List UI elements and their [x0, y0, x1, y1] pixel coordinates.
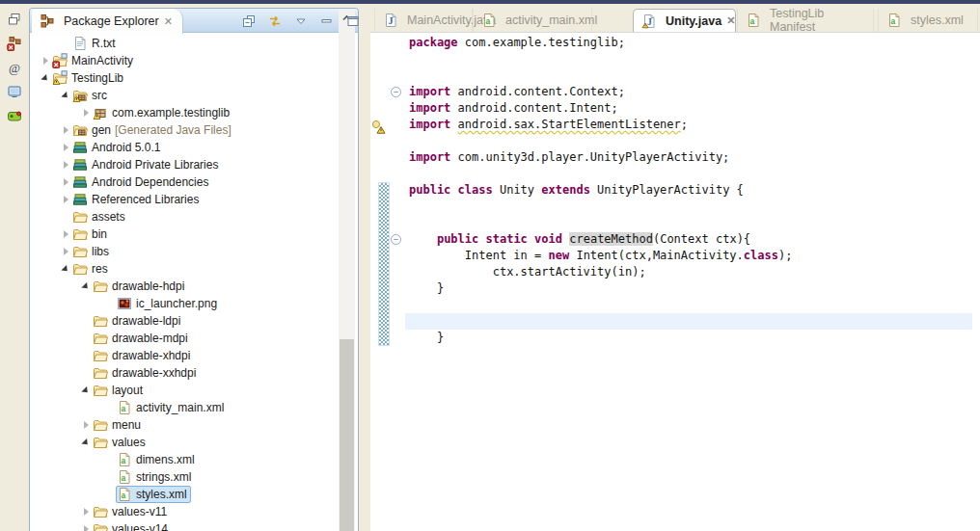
- tree-item-label: Android Private Libraries: [92, 158, 218, 172]
- tree-item-content: Android Private Libraries: [71, 156, 222, 173]
- tree-item-android-dependencies[interactable]: Android Dependencies: [30, 173, 358, 191]
- tree-item-testinglib[interactable]: TestingLib: [30, 69, 358, 87]
- code-token: Intent in =: [409, 249, 549, 262]
- code-line: ctx.startActivity(in);: [405, 264, 972, 280]
- restore-pane-button[interactable]: [5, 10, 24, 29]
- expand-arrow-icon[interactable]: [60, 248, 71, 255]
- expand-arrow-icon[interactable]: [60, 196, 71, 203]
- collapse-arrow-icon[interactable]: [80, 440, 92, 445]
- tree-item-layout[interactable]: layout: [30, 382, 358, 399]
- tree-item-com-example-testinglib[interactable]: com.example.testinglib: [30, 104, 358, 121]
- tree-item-label: com.example.testinglib: [112, 106, 230, 119]
- expand-arrow-icon[interactable]: [80, 421, 92, 429]
- expand-arrow-icon[interactable]: [80, 525, 92, 531]
- javadoc-view-button[interactable]: @: [5, 58, 24, 77]
- tree-item-values-v14[interactable]: values-v14: [30, 520, 358, 531]
- package-explorer-minimized-button[interactable]: [5, 34, 24, 53]
- tree-item-label: values-v14: [112, 522, 168, 531]
- package-warning-icon: [93, 105, 108, 120]
- collapse-arrow-icon[interactable]: [80, 388, 92, 393]
- tree-item-android-private-libraries[interactable]: Android Private Libraries: [30, 156, 358, 173]
- tree-item-ic-launcher-png[interactable]: ic_launcher.png: [30, 295, 358, 312]
- view-menu-button[interactable]: [292, 13, 309, 29]
- tree-item-res[interactable]: res: [30, 260, 358, 278]
- code-line: import android.content.Context;: [405, 84, 972, 100]
- tree-item-dimens-xml[interactable]: adimens.xml: [30, 451, 358, 468]
- tree-item-label: Referenced Libraries: [92, 193, 199, 206]
- maximize-view-button[interactable]: [344, 13, 361, 29]
- close-icon[interactable]: ✕: [726, 15, 735, 26]
- tree-item-r-txt[interactable]: R.txt: [30, 35, 358, 52]
- collapse-arrow-icon[interactable]: [80, 284, 92, 289]
- devices-view-button[interactable]: [5, 106, 24, 125]
- collapse-arrow-icon[interactable]: [40, 76, 51, 81]
- tree-item-content: Android Dependencies: [71, 173, 212, 191]
- link-with-editor-button[interactable]: [266, 13, 283, 29]
- editor-content[interactable]: package com.example.testinglib;import an…: [370, 32, 980, 531]
- expand-arrow-icon[interactable]: [60, 230, 71, 238]
- close-icon[interactable]: ✕: [164, 16, 173, 27]
- tree-item-styles-xml[interactable]: astyles.xml: [30, 486, 358, 503]
- tree-item-label: R.txt: [92, 37, 116, 50]
- keyword-token: public: [437, 232, 478, 246]
- xmlfile-icon: a: [117, 469, 132, 485]
- code-line: import com.unity3d.player.UnityPlayerAct…: [405, 149, 972, 166]
- tree-item-menu[interactable]: menu: [30, 416, 358, 434]
- tree-item-strings-xml[interactable]: astrings.xml: [30, 468, 358, 486]
- tree-item-gen[interactable]: gen [Generated Java Files]: [30, 121, 358, 139]
- expand-arrow-icon[interactable]: [60, 144, 71, 151]
- tree-item-content: values-v14: [92, 520, 172, 531]
- tree-item-drawable-mdpi[interactable]: drawable-mdpi: [30, 330, 358, 347]
- tree-item-activity-main-xml[interactable]: aactivity_main.xml: [30, 399, 358, 416]
- editor-tab-styles-xml[interactable]: astyles.xml: [878, 9, 978, 32]
- editor-tab-unity-java[interactable]: JUnity.java✕: [633, 9, 736, 32]
- tree-item-assets[interactable]: assets: [30, 208, 358, 226]
- collapse-arrow-icon[interactable]: [60, 267, 71, 272]
- tree-item-values[interactable]: values: [30, 434, 358, 451]
- expand-arrow-icon[interactable]: [40, 57, 51, 65]
- collapse-all-button[interactable]: [240, 13, 257, 29]
- package-explorer-view-tab[interactable]: Package Explorer ✕: [32, 9, 183, 34]
- code-editor[interactable]: package com.example.testinglib;import an…: [405, 33, 980, 531]
- fold-toggle-icon[interactable]: −: [391, 87, 401, 97]
- tree-item-src[interactable]: src: [30, 87, 358, 104]
- scrollbar-thumb[interactable]: [340, 339, 354, 531]
- tree-scrollbar[interactable]: [339, 10, 355, 531]
- console-view-button[interactable]: [5, 82, 24, 101]
- folder-icon: [93, 383, 108, 398]
- collapse-arrow-icon[interactable]: [60, 93, 71, 98]
- expand-arrow-icon[interactable]: [60, 161, 71, 169]
- folder-icon: [93, 435, 108, 450]
- warning-marker-icon[interactable]: [371, 119, 386, 132]
- tree-item-libs[interactable]: libs: [30, 243, 358, 260]
- tree-item-referenced-libraries[interactable]: Referenced Libraries: [30, 191, 358, 208]
- tree-item-mainactivity[interactable]: MainActivity: [30, 52, 358, 69]
- tree-item-label: activity_main.xml: [136, 401, 224, 414]
- minimize-view-button[interactable]: [318, 13, 335, 29]
- expand-arrow-icon[interactable]: [80, 109, 92, 117]
- keyword-token: class: [744, 249, 778, 262]
- svg-text:a: a: [486, 16, 491, 26]
- editor-tab-mainactivity-java[interactable]: JMainActivity.java: [374, 9, 473, 32]
- tree-item-label: values: [112, 436, 146, 449]
- expand-arrow-icon[interactable]: [60, 178, 71, 186]
- tree-item-drawable-ldpi[interactable]: drawable-ldpi: [30, 312, 358, 330]
- tree-item-drawable-xxhdpi[interactable]: drawable-xxhdpi: [30, 364, 358, 382]
- tree-item-drawable-xhdpi[interactable]: drawable-xhdpi: [30, 347, 358, 364]
- expand-arrow-icon[interactable]: [60, 126, 71, 134]
- tree-item-label: drawable-mdpi: [112, 332, 188, 345]
- tree-item-values-v11[interactable]: values-v11: [30, 503, 358, 520]
- code-line: [405, 133, 972, 149]
- editor-tab-activity-main-xml[interactable]: aactivity_main.xml: [473, 9, 592, 32]
- tree-item-label: styles.xml: [136, 488, 187, 501]
- code-token: }: [409, 281, 444, 295]
- tree-item-content: MainActivity: [51, 52, 137, 69]
- tree-item-drawable-hdpi[interactable]: drawable-hdpi: [30, 278, 358, 295]
- editor-tab-testinglib-manifest[interactable]: aTestingLib Manifest: [737, 9, 874, 32]
- tree-item-bin[interactable]: bin: [30, 226, 358, 243]
- code-line: [405, 199, 972, 215]
- tree-item-android-5-0-1[interactable]: Android 5.0.1: [30, 139, 358, 156]
- fold-toggle-icon[interactable]: −: [391, 234, 401, 245]
- tree-item-content: R.txt: [71, 35, 120, 52]
- expand-arrow-icon[interactable]: [80, 508, 92, 516]
